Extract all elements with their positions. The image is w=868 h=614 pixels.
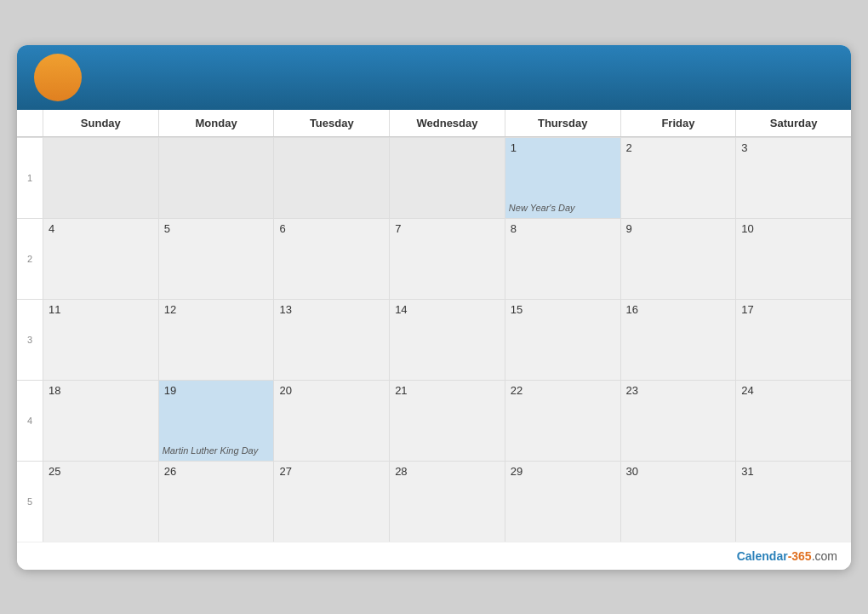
day-cell: 26 — [158, 461, 274, 542]
week-number-2: 2 — [17, 218, 43, 299]
day-header-thursday: Thursday — [505, 110, 620, 136]
day-number: 24 — [741, 384, 846, 397]
day-cell: 30 — [620, 461, 736, 542]
calendar-header — [17, 45, 851, 110]
day-number: 30 — [626, 465, 731, 478]
day-cell: 5 — [158, 218, 274, 299]
day-header-monday: Monday — [158, 110, 274, 136]
day-cell: 4 — [43, 218, 158, 299]
day-number: 26 — [164, 465, 269, 478]
day-number: 22 — [511, 384, 615, 397]
day-cell: 1New Year's Day — [505, 137, 620, 218]
day-number: 3 — [741, 141, 846, 154]
day-number: 2 — [626, 141, 731, 154]
day-number: 14 — [395, 303, 500, 316]
day-cell: 9 — [620, 218, 736, 299]
calendar-body: SundayMondayTuesdayWednesdayThursdayFrid… — [17, 110, 851, 542]
day-number: 27 — [279, 465, 384, 478]
day-cell — [389, 137, 505, 218]
calendar-footer: Calendar-365.com — [17, 542, 851, 570]
brand-com: .com — [812, 549, 837, 563]
day-number: 5 — [164, 222, 269, 235]
day-number: 29 — [511, 465, 615, 478]
week-number-4: 4 — [17, 380, 43, 461]
day-cell: 12 — [158, 299, 274, 380]
week-number-5: 5 — [17, 461, 43, 542]
day-number: 8 — [511, 222, 615, 235]
brand-365: -365 — [788, 549, 812, 563]
day-cell: 18 — [43, 380, 158, 461]
day-cell: 14 — [389, 299, 505, 380]
day-cell — [43, 137, 158, 218]
day-cell: 25 — [43, 461, 158, 542]
day-cell: 15 — [505, 299, 620, 380]
day-header-sunday: Sunday — [43, 110, 158, 136]
day-cell: 20 — [273, 380, 389, 461]
day-cell: 22 — [505, 380, 620, 461]
day-cell — [273, 137, 389, 218]
days-header: SundayMondayTuesdayWednesdayThursdayFrid… — [17, 110, 851, 137]
week-num-header — [17, 110, 43, 136]
day-number: 18 — [49, 384, 153, 397]
day-number: 19 — [164, 384, 269, 397]
day-number: 16 — [626, 303, 731, 316]
day-cell: 24 — [735, 380, 851, 461]
day-number: 25 — [49, 465, 153, 478]
day-number: 20 — [279, 384, 384, 397]
day-number: 21 — [395, 384, 500, 397]
logo-badge — [34, 54, 82, 101]
day-header-tuesday: Tuesday — [273, 110, 389, 136]
day-number: 4 — [49, 222, 153, 235]
day-number: 31 — [741, 465, 846, 478]
day-number: 28 — [395, 465, 500, 478]
brand-calendar: Calendar — [737, 549, 788, 563]
day-cell: 2 — [620, 137, 736, 218]
day-cell: 21 — [389, 380, 505, 461]
calendar-container: SundayMondayTuesdayWednesdayThursdayFrid… — [17, 45, 851, 570]
day-cell: 29 — [505, 461, 620, 542]
day-cell: 3 — [735, 137, 851, 218]
day-cell: 31 — [735, 461, 851, 542]
day-number: 23 — [626, 384, 731, 397]
day-number: 10 — [741, 222, 846, 235]
day-cell: 17 — [735, 299, 851, 380]
week-number-1: 1 — [17, 137, 43, 218]
day-cell: 23 — [620, 380, 736, 461]
day-number: 15 — [511, 303, 615, 316]
week-number-3: 3 — [17, 299, 43, 380]
day-number: 6 — [279, 222, 384, 235]
day-number: 12 — [164, 303, 269, 316]
day-number: 11 — [49, 303, 153, 316]
day-number: 7 — [395, 222, 500, 235]
day-cell: 10 — [735, 218, 851, 299]
day-cell — [158, 137, 274, 218]
day-number: 1 — [511, 141, 615, 154]
day-number: 13 — [279, 303, 384, 316]
holiday-label: Martin Luther King Day — [163, 445, 271, 456]
day-cell: 8 — [505, 218, 620, 299]
day-number: 9 — [626, 222, 731, 235]
footer-brand: Calendar-365.com — [737, 549, 837, 563]
day-cell: 6 — [273, 218, 389, 299]
day-cell: 28 — [389, 461, 505, 542]
holiday-label: New Year's Day — [509, 203, 617, 213]
day-cell: 7 — [389, 218, 505, 299]
day-header-wednesday: Wednesday — [389, 110, 505, 136]
day-header-saturday: Saturday — [735, 110, 851, 136]
day-cell: 19Martin Luther King Day — [158, 380, 274, 461]
day-cell: 16 — [620, 299, 736, 380]
day-cell: 27 — [273, 461, 389, 542]
day-header-friday: Friday — [620, 110, 736, 136]
day-number: 17 — [741, 303, 846, 316]
day-cell: 13 — [273, 299, 389, 380]
day-cell: 11 — [43, 299, 158, 380]
calendar-grid: 11New Year's Day232456789103111213141516… — [17, 137, 851, 542]
